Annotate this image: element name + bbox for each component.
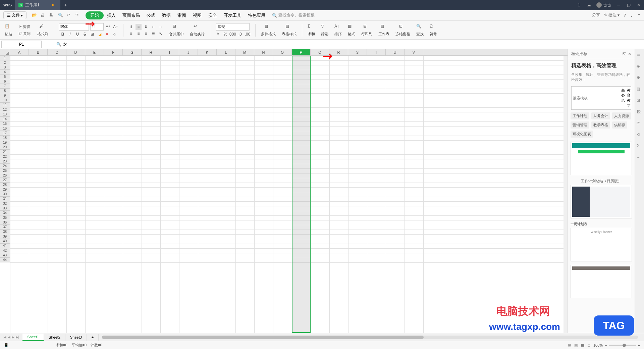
fill-color-icon[interactable]: ◢: [97, 31, 103, 37]
add-sheet-button[interactable]: +: [87, 334, 99, 341]
column-headers[interactable]: ABCDEFGHIJKLMNOPQRSTUV: [10, 49, 568, 56]
row-header[interactable]: 35: [0, 215, 10, 220]
font-color-icon[interactable]: A: [104, 31, 110, 37]
sheet-tab[interactable]: Sheet3: [65, 334, 87, 341]
comma-icon[interactable]: 000: [230, 31, 236, 37]
percent-icon[interactable]: %: [222, 31, 228, 37]
sheet-nav-next-icon[interactable]: ▶: [12, 335, 14, 339]
row-header[interactable]: 24: [0, 164, 10, 168]
help-icon[interactable]: ?: [624, 13, 626, 18]
sort-button[interactable]: A↓ 排序: [332, 24, 344, 37]
row-header[interactable]: 20: [0, 145, 10, 150]
template-tag[interactable]: 教学表格: [591, 121, 610, 129]
row-header[interactable]: 39: [0, 234, 10, 239]
template-tag[interactable]: 人力资源: [612, 112, 631, 119]
view-normal-icon[interactable]: ⊞: [568, 343, 571, 347]
user-menu[interactable]: 雷雷: [596, 2, 611, 8]
sheet-nav-prev-icon[interactable]: ◀: [8, 335, 10, 339]
row-header[interactable]: 30: [0, 192, 10, 197]
row-header[interactable]: 42: [0, 248, 10, 253]
horizontal-scrollbar[interactable]: [102, 336, 638, 339]
notif-badge-icon[interactable]: 1: [576, 2, 582, 8]
row-header[interactable]: 41: [0, 244, 10, 248]
refresh-icon[interactable]: ⟳: [637, 121, 643, 127]
help-vbar-icon[interactable]: ?: [637, 144, 643, 150]
column-header[interactable]: K: [198, 49, 217, 55]
find-button[interactable]: 🔍 查找: [414, 24, 426, 37]
column-header[interactable]: J: [179, 49, 198, 55]
zoom-out-icon[interactable]: −: [605, 343, 607, 347]
template-search[interactable]: 商务风 教育教学: [571, 86, 631, 110]
border-icon[interactable]: ⊞: [89, 31, 95, 37]
view-break-icon[interactable]: ▦: [581, 343, 584, 347]
column-header[interactable]: C: [48, 49, 66, 55]
column-header[interactable]: S: [348, 49, 367, 55]
row-header[interactable]: 21: [0, 150, 10, 154]
tab-security[interactable]: 安全: [205, 10, 220, 20]
file-menu-button[interactable]: ☰ 文件 ▾: [3, 11, 26, 19]
increase-decimal-icon[interactable]: .0: [237, 31, 243, 37]
decrease-decimal-icon[interactable]: .00: [245, 31, 251, 37]
side-tab-business[interactable]: 商务风: [621, 88, 625, 108]
decrease-font-icon[interactable]: A⁻: [112, 24, 118, 30]
column-header[interactable]: P: [292, 49, 311, 55]
tab-formula[interactable]: 公式: [143, 10, 159, 20]
close-icon[interactable]: ✕: [636, 2, 641, 8]
align-left-icon[interactable]: ≡: [128, 31, 134, 37]
search-fx-icon[interactable]: 🔍: [56, 42, 61, 47]
mobile-icon[interactable]: 📱: [4, 343, 9, 347]
template-list[interactable]: 工作计划总结（日历版） 一周计划表 Weekly Planner: [568, 139, 635, 333]
filter-button[interactable]: ▽ 筛选: [319, 24, 330, 37]
sheet-tab[interactable]: Sheet1: [22, 334, 44, 341]
row-header[interactable]: 27: [0, 178, 10, 183]
column-header[interactable]: L: [217, 49, 235, 55]
template-item[interactable]: [571, 265, 632, 298]
row-header[interactable]: 32: [0, 201, 10, 206]
settings-icon[interactable]: ⚙: [637, 75, 643, 81]
template-tag[interactable]: 工作计划: [571, 112, 589, 119]
sheet-tab[interactable]: Sheet2: [44, 334, 65, 341]
row-header[interactable]: 29: [0, 187, 10, 192]
save-icon[interactable]: 🖨: [41, 13, 46, 18]
expand-ribbon-icon[interactable]: ⌃: [637, 13, 641, 18]
column-header[interactable]: H: [142, 49, 160, 55]
cut-button[interactable]: ✂ 剪切: [18, 23, 32, 30]
side-tab-education[interactable]: 教育教学: [627, 88, 631, 108]
row-header[interactable]: 26: [0, 173, 10, 178]
align-justify-icon[interactable]: ≣: [150, 31, 156, 37]
collapse-ribbon-icon[interactable]: ⌄: [630, 13, 633, 18]
close-panel-icon[interactable]: ✕: [628, 52, 631, 56]
cond-format-button[interactable]: ▦ 条件格式: [259, 24, 278, 37]
sheet-nav-last-icon[interactable]: ▶|: [16, 335, 19, 339]
minimize-icon[interactable]: ─: [616, 2, 621, 8]
column-header[interactable]: N: [254, 49, 273, 55]
sum-button[interactable]: Σ 求和: [306, 24, 317, 37]
add-tab-button[interactable]: +: [60, 2, 71, 8]
column-header[interactable]: D: [66, 49, 85, 55]
column-header[interactable]: V: [405, 49, 423, 55]
align-top-icon[interactable]: ⬆: [128, 24, 134, 30]
row-header[interactable]: 44: [0, 258, 10, 262]
row-header[interactable]: 2: [0, 60, 10, 65]
template-tag[interactable]: 营销管理: [571, 121, 589, 129]
share-button[interactable]: 分享: [592, 12, 600, 18]
preview-icon[interactable]: 🔍: [58, 13, 63, 18]
copy-button[interactable]: ⿻ 复制: [17, 31, 32, 37]
row-header[interactable]: 10: [0, 98, 10, 103]
tab-layout[interactable]: 页面布局: [119, 10, 143, 20]
row-header[interactable]: 18: [0, 136, 10, 140]
row-header[interactable]: 13: [0, 112, 10, 117]
template-tag[interactable]: 财务会计: [591, 112, 610, 119]
paste-button[interactable]: 📋 粘贴: [3, 24, 14, 37]
column-header[interactable]: B: [29, 49, 48, 55]
select-tool-icon[interactable]: ▭: [637, 52, 643, 58]
tab-view[interactable]: 视图: [190, 10, 205, 20]
wrap-button[interactable]: ↩ 自动换行: [188, 24, 207, 37]
maximize-icon[interactable]: ▢: [626, 2, 631, 8]
orientation-icon[interactable]: ⤡: [158, 31, 164, 37]
pin-icon[interactable]: ⇱: [623, 52, 626, 56]
row-header[interactable]: 6: [0, 79, 10, 84]
name-box[interactable]: P1: [1, 41, 42, 48]
tab-review[interactable]: 审阅: [174, 10, 190, 20]
row-header[interactable]: 14: [0, 117, 10, 121]
